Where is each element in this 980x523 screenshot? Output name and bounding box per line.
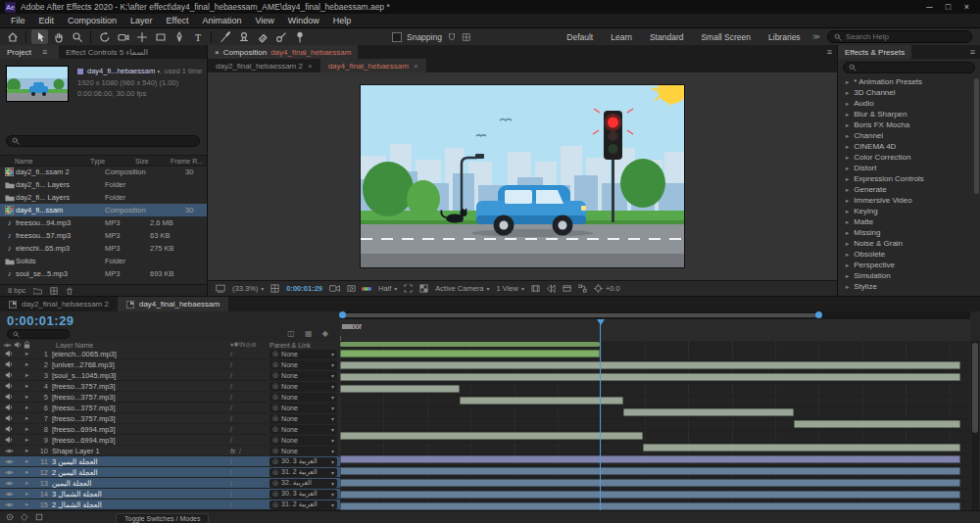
pan-behind-tool-icon[interactable] (133, 29, 150, 44)
scrollbar-thumb[interactable] (972, 343, 978, 433)
work-area-bar[interactable] (340, 342, 600, 347)
project-row[interactable]: ♪ day2_fi...ssam 2 Composition 30 (0, 166, 207, 178)
menu-item[interactable]: Window (281, 14, 326, 27)
trash-icon[interactable] (66, 287, 74, 295)
help-search-box[interactable] (827, 30, 972, 43)
speaker-icon[interactable] (5, 414, 13, 422)
toggle-switches-modes-button[interactable]: Toggle Switches / Modes (116, 513, 209, 523)
project-row[interactable]: ♪ day2_fi... Layers Folder (0, 178, 207, 191)
layer-duration-bar[interactable] (623, 408, 794, 416)
menu-item[interactable]: Animation (195, 14, 248, 27)
parent-dropdown[interactable]: ◎ None ▾ (270, 447, 337, 455)
menu-item[interactable]: File (4, 14, 32, 27)
timeline-scrollbar[interactable] (971, 341, 979, 510)
layer-duration-bar[interactable] (340, 385, 460, 393)
effects-category[interactable]: ▸ Distort (838, 163, 980, 173)
expand-chevron-icon[interactable]: ▸ (846, 132, 849, 140)
expand-chevron-icon[interactable]: ▸ (846, 89, 849, 97)
pickwhip-icon[interactable]: ◎ (272, 447, 278, 454)
layer-expander-icon[interactable]: ▸ (25, 436, 34, 444)
pixel-aspect-icon[interactable] (531, 284, 540, 293)
expand-chevron-icon[interactable]: ▸ (846, 240, 849, 248)
layer-expander-icon[interactable]: ▸ (25, 479, 34, 487)
expand-chevron-icon[interactable]: ▸ (846, 78, 849, 86)
layer-row[interactable]: ▸ 10 Shape Layer 1 fx/ ◎ None ▾ (0, 446, 340, 456)
effects-category[interactable]: ▸ Immersive Video (838, 195, 980, 206)
navigator-end-handle[interactable] (815, 311, 822, 318)
composition-mini-flowchart-icon[interactable] (6, 513, 14, 521)
parent-dropdown[interactable]: ◎ None ▾ (270, 371, 337, 380)
layer-row[interactable]: ▸ 9 [freeso...6994.mp3] fx/ ◎ None ▾ (0, 435, 340, 446)
tab-composition[interactable]: × Composition day4_final_hebaessam (208, 45, 358, 59)
motion-blur-icon[interactable] (35, 513, 43, 521)
parent-dropdown[interactable]: ◎ None ▾ (270, 414, 337, 423)
effects-category[interactable]: ▸ Blur & Sharpen (838, 109, 980, 119)
layer-duration-bar[interactable] (340, 373, 960, 381)
parent-dropdown[interactable]: ◎ None ▾ (270, 436, 337, 445)
exposure-control[interactable]: +0.0 (594, 284, 620, 293)
layer-switches[interactable]: fx/ (230, 501, 270, 508)
effects-category[interactable]: ▸ Matte (838, 216, 980, 227)
layer-switches[interactable]: fx/ (230, 458, 270, 465)
preview-timecode[interactable]: 0:00:01:29 (286, 284, 322, 293)
workspace-item[interactable]: Libraries (760, 32, 809, 42)
effects-category[interactable]: ▸ Simulation (838, 270, 980, 281)
parent-dropdown[interactable]: ◎ None ▾ (270, 360, 337, 369)
effects-category[interactable]: ▸ Obsolete (838, 249, 980, 260)
pickwhip-icon[interactable]: ◎ (272, 425, 278, 433)
layer-switches[interactable]: fx/ (230, 404, 270, 411)
timeline-track-area[interactable] (340, 341, 970, 510)
effects-category[interactable]: ▸ * Animation Presets (838, 76, 980, 87)
show-snapshot-icon[interactable] (347, 284, 356, 293)
effects-search-box[interactable] (843, 62, 975, 73)
resolution-dropdown[interactable]: Half▾ (378, 284, 397, 293)
clone-stamp-tool-icon[interactable] (235, 29, 252, 44)
workspace-item[interactable]: Learn (602, 32, 641, 42)
navigator-start-handle[interactable] (339, 311, 346, 318)
effects-category[interactable]: ▸ Boris FX Mocha (838, 119, 980, 130)
hand-tool-icon[interactable] (50, 29, 67, 44)
effects-category[interactable]: ▸ Noise & Grain (838, 238, 980, 249)
effects-category[interactable]: ▸ Audio (838, 98, 980, 109)
menu-item[interactable]: Effect (160, 14, 196, 27)
roto-brush-tool-icon[interactable] (272, 29, 289, 44)
layer-expander-icon[interactable]: ▸ (25, 500, 34, 508)
layer-expander-icon[interactable]: ▸ (25, 490, 34, 498)
always-preview-icon[interactable] (216, 284, 225, 293)
timeline-view-option-icons[interactable]: ◫ ▦ ◆ (287, 329, 332, 338)
layer-duration-bar[interactable] (340, 455, 960, 463)
expand-chevron-icon[interactable]: ▸ (846, 165, 849, 172)
layer-duration-bar[interactable] (643, 444, 961, 452)
eye-icon[interactable] (5, 448, 14, 454)
effects-scrollbar[interactable] (974, 78, 979, 194)
expand-chevron-icon[interactable]: ▸ (846, 154, 849, 162)
type-tool-icon[interactable]: T (189, 29, 206, 44)
pickwhip-icon[interactable]: ◎ (272, 360, 278, 368)
snap-grid-icon[interactable] (462, 32, 471, 42)
effects-category[interactable]: ▸ 3D Channel (838, 87, 980, 98)
layer-expander-icon[interactable]: ▸ (25, 393, 34, 401)
rotation-tool-icon[interactable] (96, 29, 113, 44)
effects-category[interactable]: ▸ Expression Controls (838, 173, 980, 184)
snap-magnet-icon[interactable] (447, 32, 457, 42)
grid-guides-icon[interactable] (270, 284, 279, 293)
tab-project[interactable]: Project ≡ (0, 45, 59, 59)
panel-menu-icon[interactable]: ≡ (37, 47, 52, 57)
effects-category[interactable]: ▸ Generate (838, 184, 980, 195)
speaker-icon[interactable] (5, 360, 13, 368)
view-layout-dropdown[interactable]: 1 View▾ (497, 284, 524, 293)
layer-duration-bar[interactable] (340, 361, 960, 369)
project-search-box[interactable] (6, 135, 200, 147)
workspace-item[interactable]: Default (558, 32, 602, 42)
layer-duration-bar[interactable] (460, 397, 623, 404)
new-folder-icon[interactable] (33, 287, 42, 295)
project-row[interactable]: ♪ day2_fi... Layers Folder (0, 191, 207, 204)
expand-chevron-icon[interactable]: ▸ (846, 218, 849, 226)
layer-expander-icon[interactable]: ▸ (25, 371, 34, 379)
layer-row[interactable]: ▸ 4 [freeso...3757.mp3] fx/ ◎ None ▾ (0, 381, 340, 392)
expand-chevron-icon[interactable]: ▸ (846, 111, 849, 119)
speaker-icon[interactable] (5, 436, 13, 444)
menu-item[interactable]: View (248, 14, 280, 27)
tab-effects-presets[interactable]: Effects & Presets (838, 45, 911, 59)
project-row[interactable]: ♪ freesou...94.mp3 MP3 2.6 MB (0, 216, 207, 229)
